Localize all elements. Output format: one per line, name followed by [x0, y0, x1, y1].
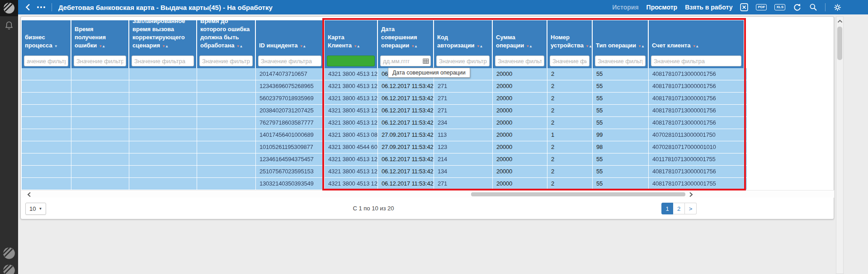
cell-error-time	[71, 117, 129, 129]
cell-operation-type: 55	[593, 117, 649, 129]
column-header-client-card[interactable]: Карта Клиента▼▲	[325, 20, 378, 54]
search-button[interactable]	[809, 3, 817, 11]
notifications-button[interactable]	[0, 18, 18, 33]
app-logo-block[interactable]	[0, 0, 18, 16]
cell-error-time	[71, 166, 129, 177]
cell-planned-call-time	[129, 68, 197, 80]
scroll-left-button[interactable]	[24, 191, 34, 198]
filter-input-deadline[interactable]	[199, 56, 253, 66]
filter-input-auth-code[interactable]	[436, 56, 490, 66]
sort-arrows-icon[interactable]: ▼	[54, 44, 57, 48]
gear-icon	[833, 3, 842, 12]
filter-input-error-time[interactable]	[74, 56, 126, 66]
column-label: Запланированное время вызова корректирую…	[132, 20, 193, 51]
filter-input-incident-id[interactable]	[258, 56, 321, 66]
column-header-deadline[interactable]: Время до которого ошибка должна быть обр…	[197, 20, 256, 54]
filter-input-client-account[interactable]	[651, 56, 741, 66]
filter-input-operation-type[interactable]	[595, 56, 646, 66]
export-pdf-icon[interactable]: PDF	[756, 4, 767, 10]
settings-button[interactable]	[833, 3, 842, 12]
column-header-process[interactable]: бизнес процесса▼	[22, 20, 71, 54]
history-button[interactable]: История	[612, 4, 638, 11]
cell-process	[22, 117, 71, 129]
sort-arrows-icon[interactable]: ▼▲	[411, 44, 417, 48]
view-button[interactable]: Просмотр	[646, 4, 678, 11]
export-xls-icon[interactable]: XLS	[774, 4, 785, 10]
column-header-operation-type[interactable]: Тип операции▼▲	[593, 20, 649, 54]
sort-arrows-icon[interactable]: ▼▲	[692, 44, 698, 48]
cell-incident-id: 14017456401000689	[256, 129, 325, 141]
table-row[interactable]: 101052611953098774321 3800 4544 606127.0…	[22, 141, 747, 153]
sidebar-bottom-logo2-icon[interactable]	[2, 264, 16, 274]
column-header-error-time[interactable]: Время получения ошибки▼▲	[71, 20, 129, 54]
filter-input-planned-call-time[interactable]	[132, 56, 194, 66]
cell-client-card: 4321 3800 4513 1234	[325, 80, 378, 92]
card-filter-green-input[interactable]	[327, 56, 375, 66]
cell-process	[22, 166, 71, 177]
cell-device-number: 2	[547, 93, 593, 104]
filter-cell-error-time	[71, 54, 129, 68]
filter-cell-amount	[493, 54, 547, 68]
sort-arrows-icon[interactable]: ▼▲	[236, 44, 242, 48]
sort-arrows-icon[interactable]: ▼▲	[299, 44, 306, 48]
sort-arrows-icon[interactable]: ▼▲	[162, 44, 168, 48]
table-row[interactable]: 251075670235951534321 3800 4513 123406.1…	[22, 166, 747, 178]
cell-error-time	[71, 141, 129, 153]
calendar-icon[interactable]	[423, 58, 429, 66]
hscroll-thumb[interactable]	[471, 192, 685, 196]
cell-amount: 20000	[493, 178, 547, 190]
date-column-tooltip: Дата совершения операции	[388, 68, 470, 78]
more-menu-button[interactable]	[37, 6, 45, 8]
sidebar-bottom-logo-icon[interactable]	[2, 246, 16, 260]
sort-arrows-icon[interactable]: ▼▲	[638, 44, 644, 48]
cell-deadline	[197, 129, 256, 141]
vertical-scrollbar[interactable]	[836, 16, 844, 274]
cell-client-card: 4321 3800 4513 1234	[325, 153, 378, 165]
cell-incident-id: 12343696075268965	[256, 80, 325, 92]
sort-arrows-icon[interactable]: ▼▲	[476, 44, 483, 48]
table-row[interactable]: 130321403503935494321 3800 4513 123406.1…	[22, 178, 747, 190]
cell-error-time	[71, 80, 129, 92]
column-header-device-number[interactable]: Номер устройства▼▲	[547, 20, 593, 54]
next-page-button[interactable]: >	[685, 203, 697, 214]
filter-input-amount[interactable]	[495, 56, 544, 66]
sort-arrows-icon[interactable]: ▼▲	[354, 44, 360, 48]
column-header-auth-code[interactable]: Код авторизации▼▲	[434, 20, 493, 54]
column-header-operation-date[interactable]: Дата совершения операции▼▲	[378, 20, 434, 54]
vscroll-thumb[interactable]	[837, 27, 842, 60]
filter-input-process[interactable]	[24, 56, 68, 66]
back-button[interactable]	[25, 3, 31, 11]
horizontal-scrollbar[interactable]	[21, 190, 834, 198]
table-body: 2014740737106574321 3800 4513 123406.12.…	[22, 68, 747, 190]
table-row[interactable]: 2014740737106574321 3800 4513 123406.12.…	[22, 68, 747, 80]
table-row[interactable]: 203840207312074254321 3800 4513 123406.1…	[22, 105, 747, 117]
sort-arrows-icon[interactable]: ▼▲	[526, 44, 532, 48]
column-header-planned-call-time[interactable]: Запланированное время вызова корректирую…	[129, 20, 197, 54]
scroll-right-button[interactable]	[686, 191, 696, 198]
cell-error-time	[71, 153, 129, 165]
cell-client-account: 40702810113000001750	[649, 129, 745, 141]
column-header-incident-id[interactable]: ID инцидента▼▲	[256, 20, 325, 54]
sort-arrows-icon[interactable]: ▼▲	[585, 44, 592, 48]
table-row[interactable]: 123461645943754574321 3800 4513 123406.1…	[22, 153, 747, 166]
table-row[interactable]: 560237970189359694321 3800 4513 123406.1…	[22, 93, 747, 105]
filter-input-device-number[interactable]	[550, 56, 590, 66]
table-row[interactable]: 123436960752689654321 3800 4513 123406.1…	[22, 80, 747, 93]
table-row[interactable]: 762797186035877774321 3800 4513 123406.1…	[22, 117, 747, 129]
page-button-1[interactable]: 1	[661, 203, 673, 214]
cell-amount: 20000	[493, 129, 547, 141]
column-header-client-account[interactable]: Счет клиента▼▲	[649, 20, 745, 54]
cell-deadline	[197, 105, 256, 116]
cell-operation-date: 06.12.2017 11:53:42	[378, 166, 434, 177]
page-button-2[interactable]: 2	[673, 203, 685, 214]
scroll-up-button[interactable]	[836, 18, 843, 25]
close-x-button[interactable]	[740, 3, 748, 11]
cell-client-account: 40817810713000001756	[649, 117, 745, 129]
filter-row	[22, 54, 747, 68]
table-row[interactable]: 140174564010006894321 3800 4513 084327.0…	[22, 129, 747, 141]
cell-operation-date: 27.09.2017 11:53:42	[378, 141, 434, 153]
refresh-button[interactable]	[793, 3, 802, 12]
column-header-amount[interactable]: Сумма операции▼▲	[493, 20, 547, 54]
take-to-work-button[interactable]: Взять в работу	[685, 4, 732, 11]
sort-arrows-icon[interactable]: ▼▲	[99, 44, 105, 48]
